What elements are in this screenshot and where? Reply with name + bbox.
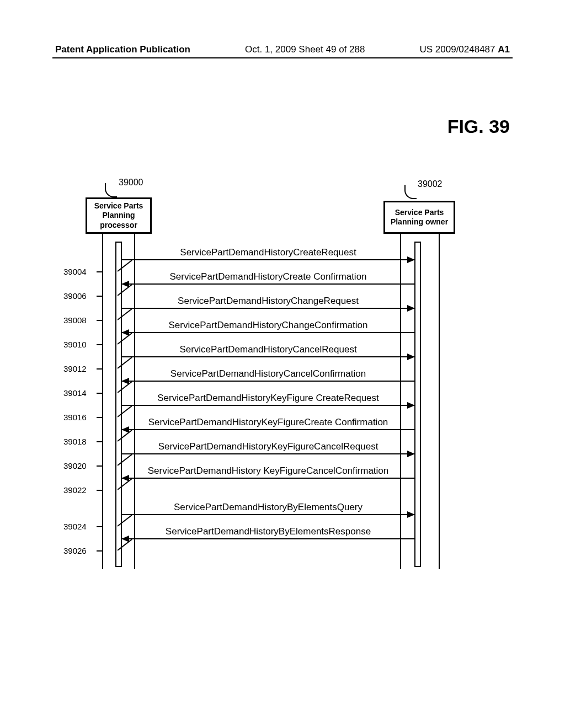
message-line	[122, 453, 414, 454]
message-line	[122, 405, 414, 406]
side-tick	[97, 393, 102, 394]
svg-line-2	[118, 309, 132, 320]
side-slash	[118, 539, 133, 553]
message-line	[122, 538, 414, 539]
header-right: US 2009/0248487 A1	[419, 44, 510, 55]
message-label: ServicePartDemandHistoryCreate Confirmat…	[122, 271, 414, 282]
message-label: ServicePartDemandHistoryCreateRequest	[122, 247, 414, 258]
header-rule	[52, 57, 513, 58]
header-left: Patent Application Publication	[55, 44, 190, 55]
actor-right-label: Service Parts Planning owner	[390, 208, 449, 227]
side-tick	[97, 465, 102, 467]
page: Patent Application Publication Oct. 1, 2…	[0, 0, 565, 728]
arrow-right-icon	[407, 256, 415, 263]
message-ref: 39018	[63, 437, 87, 446]
side-tick	[97, 526, 102, 527]
message-ref: 39016	[63, 413, 87, 422]
message-ref: 39008	[63, 315, 87, 325]
message-ref: 39012	[63, 364, 87, 373]
arrow-right-icon	[407, 354, 415, 360]
activation-right	[414, 242, 421, 567]
message-line	[122, 356, 414, 357]
side-tick	[97, 490, 102, 491]
svg-line-10	[118, 515, 132, 526]
side-tick	[97, 368, 102, 370]
message-label: ServicePartDemandHistoryKeyFigure Create…	[122, 393, 414, 404]
side-tick	[97, 441, 102, 442]
message-ref: 39026	[63, 546, 87, 555]
message-line	[122, 308, 414, 309]
svg-line-4	[118, 357, 132, 368]
message-ref: 39004	[63, 267, 87, 276]
side-tick	[97, 550, 102, 552]
message-ref: 39020	[63, 461, 87, 470]
message-line	[122, 259, 414, 260]
arrow-right-icon	[407, 451, 415, 457]
message-ref: 39014	[63, 388, 87, 398]
message-label: ServicePartDemandHistoryCancelConfirmati…	[122, 368, 414, 379]
actor-right-ref: 39002	[418, 179, 443, 189]
message-label: ServicePartDemandHistory KeyFigureCancel…	[122, 465, 414, 477]
message-ref: 39010	[63, 340, 87, 349]
message-label: ServicePartDemandHistoryChangeConfirmati…	[122, 320, 414, 331]
actor-left-ref: 39000	[119, 178, 143, 188]
message-label: ServicePartDemandHistoryKeyFigureCancelR…	[122, 441, 414, 452]
sequence-diagram: 39000 39002 Service Parts Planning proce…	[63, 182, 488, 579]
message-label: ServicePartDemandHistoryByElementsQuery	[122, 502, 414, 513]
actor-left-label: Service Parts Planning processor	[92, 201, 146, 231]
message-label: ServicePartDemandHistoryKeyFigureCreate …	[122, 417, 414, 428]
figure-title: FIG. 39	[447, 116, 510, 137]
svg-line-3	[118, 333, 132, 344]
side-tick	[97, 271, 102, 272]
svg-line-0	[118, 260, 132, 271]
side-tick	[97, 296, 102, 297]
message-label: ServicePartDemandHistoryCancelRequest	[122, 344, 414, 355]
message-ref: 39022	[63, 485, 87, 495]
svg-line-9	[118, 479, 132, 490]
svg-line-7	[118, 430, 132, 441]
lifeline-left-a	[102, 234, 103, 569]
side-slash	[118, 479, 133, 492]
actor-right: Service Parts Planning owner	[383, 201, 455, 234]
message-ref: 39024	[63, 522, 87, 531]
header-mid: Oct. 1, 2009 Sheet 49 of 288	[245, 44, 365, 55]
header-pubnum: US 2009/0248487	[419, 44, 498, 55]
side-tick	[97, 320, 102, 321]
message-label: ServicePartDemandHistoryChangeRequest	[122, 296, 414, 307]
lifeline-right-b	[439, 234, 440, 569]
side-tick	[97, 344, 102, 345]
actor-left: Service Parts Planning processor	[86, 197, 152, 234]
message-line	[122, 283, 414, 285]
svg-line-1	[118, 285, 132, 296]
message-label: ServicePartDemandHistoryByElementsRespon…	[122, 526, 414, 537]
svg-line-8	[118, 454, 132, 465]
message-line	[122, 381, 414, 382]
message-line	[122, 332, 414, 333]
arrow-right-icon	[407, 511, 415, 518]
ref-bracket-left	[105, 183, 117, 197]
message-ref: 39006	[63, 291, 87, 301]
arrow-right-icon	[407, 402, 415, 409]
ref-bracket-right	[404, 185, 417, 199]
arrow-right-icon	[407, 305, 415, 312]
message-line	[122, 514, 414, 515]
header-kind: A1	[498, 44, 510, 55]
side-tick	[97, 417, 102, 418]
svg-line-11	[118, 539, 132, 550]
svg-line-6	[118, 406, 132, 417]
message-line	[122, 429, 414, 430]
svg-line-5	[118, 382, 132, 393]
page-header: Patent Application Publication Oct. 1, 2…	[0, 44, 565, 55]
message-line	[122, 478, 414, 479]
